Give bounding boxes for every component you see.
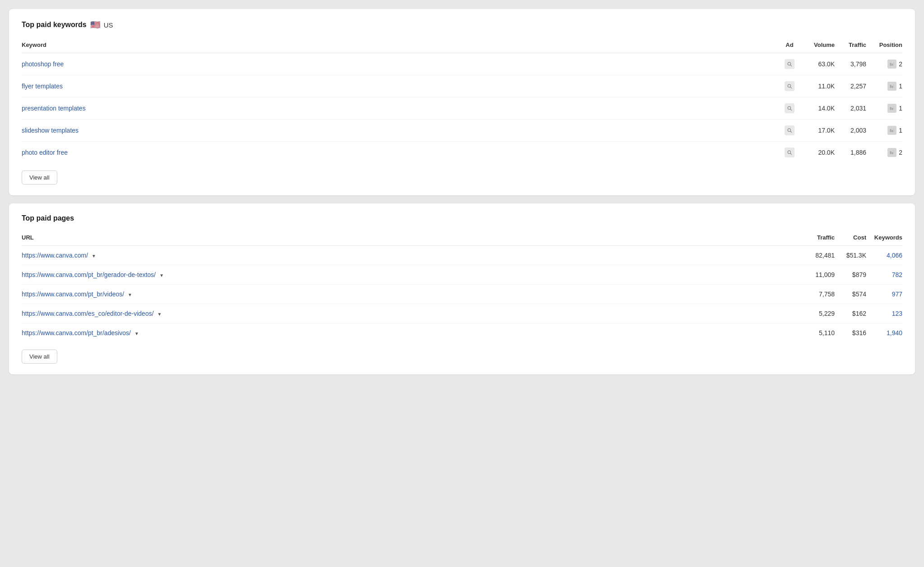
page-cost-value: $51.3K — [835, 246, 866, 265]
svg-rect-14 — [893, 106, 894, 110]
ad-search-icon[interactable] — [785, 125, 795, 135]
table-row: https://www.canva.com/pt_br/gerador-de-t… — [22, 265, 902, 285]
col-position: Position — [866, 38, 902, 53]
col-cost: Cost — [835, 230, 866, 246]
traffic-value: 2,003 — [835, 120, 866, 142]
volume-value: 63.0K — [799, 53, 835, 75]
top-paid-pages-card: Top paid pages URL Traffic Cost Keywords… — [9, 203, 915, 374]
keywords-view-all-button[interactable]: View all — [22, 171, 57, 184]
page-traffic-value: 5,110 — [794, 323, 835, 343]
position-value: 2 — [899, 149, 902, 156]
table-row: presentation templates 14.0K 2,031 — [22, 97, 902, 120]
svg-line-16 — [790, 131, 791, 132]
svg-line-6 — [790, 87, 791, 88]
position-value: 1 — [899, 83, 902, 90]
table-row: flyer templates 11.0K 2,257 — [22, 75, 902, 97]
table-row: slideshow templates 17.0K 2,003 — [22, 120, 902, 142]
svg-rect-23 — [892, 152, 893, 154]
svg-rect-13 — [892, 108, 893, 110]
position-value: 1 — [899, 127, 902, 134]
keywords-title-text: Top paid keywords — [22, 21, 87, 29]
table-row: https://www.canva.com/es_co/editor-de-vi… — [22, 304, 902, 323]
svg-line-21 — [790, 153, 791, 154]
keywords-card-title: Top paid keywords 🇺🇸 US — [22, 20, 902, 30]
position-icon — [887, 104, 896, 113]
pages-title-text: Top paid pages — [22, 214, 74, 222]
table-row: https://www.canva.com/pt_br/adesivos/ ▼ … — [22, 323, 902, 343]
col-keyword: Keyword — [22, 38, 781, 53]
url-link[interactable]: https://www.canva.com/ — [22, 252, 88, 259]
volume-value: 20.0K — [799, 142, 835, 164]
col-keywords: Keywords — [866, 230, 902, 246]
volume-value: 17.0K — [799, 120, 835, 142]
col-traffic-pages: Traffic — [794, 230, 835, 246]
ad-search-icon[interactable] — [785, 81, 795, 91]
ad-search-icon[interactable] — [785, 148, 795, 157]
position-icon — [887, 126, 896, 135]
traffic-value: 2,257 — [835, 75, 866, 97]
table-row: https://www.canva.com/ ▼ 82,481 $51.3K 4… — [22, 246, 902, 265]
ad-search-icon[interactable] — [785, 103, 795, 113]
svg-rect-7 — [890, 85, 892, 88]
svg-rect-22 — [890, 151, 892, 154]
col-url: URL — [22, 230, 794, 246]
dropdown-arrow-icon[interactable]: ▼ — [92, 254, 96, 258]
svg-rect-9 — [893, 84, 894, 88]
col-traffic: Traffic — [835, 38, 866, 53]
table-row: photoshop free 63.0K 3,798 — [22, 53, 902, 75]
position-value: 2 — [899, 60, 902, 68]
traffic-value: 2,031 — [835, 97, 866, 120]
url-link[interactable]: https://www.canva.com/pt_br/adesivos/ — [22, 329, 131, 337]
page-cost-value: $162 — [835, 304, 866, 323]
table-row: https://www.canva.com/pt_br/videos/ ▼ 7,… — [22, 285, 902, 304]
traffic-value: 3,798 — [835, 53, 866, 75]
position-value: 1 — [899, 105, 902, 112]
dropdown-arrow-icon[interactable]: ▼ — [134, 331, 139, 336]
traffic-value: 1,886 — [835, 142, 866, 164]
svg-rect-8 — [892, 86, 893, 88]
url-link[interactable]: https://www.canva.com/pt_br/videos/ — [22, 290, 124, 298]
page-traffic-value: 5,229 — [794, 304, 835, 323]
top-paid-keywords-card: Top paid keywords 🇺🇸 US Keyword Ad Volum… — [9, 9, 915, 195]
col-volume: Volume — [799, 38, 835, 53]
volume-value: 11.0K — [799, 75, 835, 97]
table-row: photo editor free 20.0K 1,886 — [22, 142, 902, 164]
country-label: US — [104, 21, 113, 29]
page-keywords-value[interactable]: 123 — [892, 310, 902, 317]
svg-rect-19 — [893, 129, 894, 132]
svg-line-1 — [790, 65, 791, 66]
svg-rect-18 — [892, 130, 893, 132]
col-ad: Ad — [781, 38, 799, 53]
url-link[interactable]: https://www.canva.com/es_co/editor-de-vi… — [22, 310, 154, 317]
keyword-link[interactable]: flyer templates — [22, 83, 63, 90]
svg-rect-12 — [890, 107, 892, 110]
pages-view-all-button[interactable]: View all — [22, 350, 57, 364]
page-keywords-value[interactable]: 977 — [892, 290, 902, 298]
keyword-link[interactable]: presentation templates — [22, 105, 86, 112]
keyword-link[interactable]: slideshow templates — [22, 127, 79, 134]
us-flag-icon: 🇺🇸 — [90, 20, 100, 30]
page-keywords-value[interactable]: 4,066 — [887, 252, 902, 259]
page-keywords-value[interactable]: 782 — [892, 271, 902, 278]
page-traffic-value: 82,481 — [794, 246, 835, 265]
svg-rect-3 — [892, 64, 893, 66]
dropdown-arrow-icon[interactable]: ▼ — [157, 312, 162, 317]
ad-search-icon[interactable] — [785, 59, 795, 69]
url-link[interactable]: https://www.canva.com/pt_br/gerador-de-t… — [22, 271, 156, 278]
dropdown-arrow-icon[interactable]: ▼ — [128, 292, 132, 297]
svg-rect-17 — [890, 129, 892, 132]
svg-line-11 — [790, 109, 791, 110]
svg-rect-2 — [890, 63, 892, 66]
keywords-table: Keyword Ad Volume Traffic Position photo… — [22, 38, 902, 163]
svg-rect-24 — [893, 151, 894, 154]
position-icon — [887, 60, 896, 69]
volume-value: 14.0K — [799, 97, 835, 120]
page-traffic-value: 11,009 — [794, 265, 835, 285]
position-icon — [887, 148, 896, 157]
dropdown-arrow-icon[interactable]: ▼ — [159, 273, 164, 278]
keyword-link[interactable]: photo editor free — [22, 149, 68, 156]
page-traffic-value: 7,758 — [794, 285, 835, 304]
page-keywords-value[interactable]: 1,940 — [887, 329, 902, 337]
keyword-link[interactable]: photoshop free — [22, 60, 64, 68]
page-cost-value: $574 — [835, 285, 866, 304]
